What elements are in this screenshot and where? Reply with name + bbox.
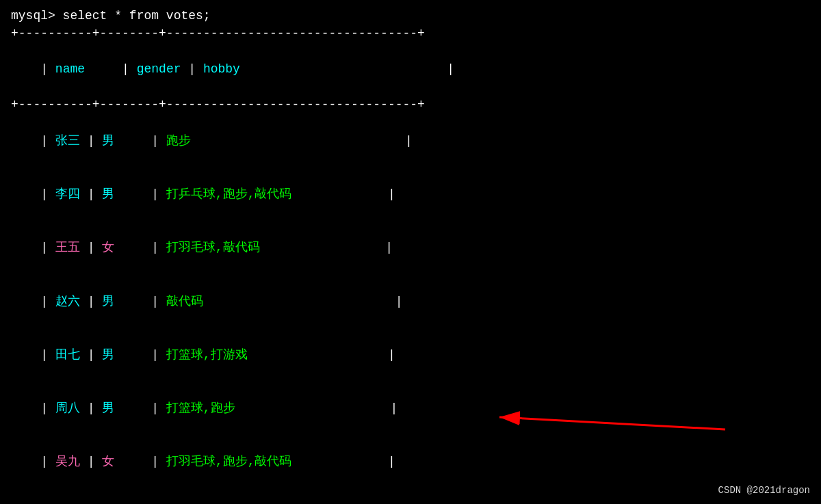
table-row: | 张三 | 男 | 跑步 | (11, 114, 810, 168)
table1-header: | name | gender | hobby | (11, 42, 810, 96)
table1-border-sep: +----------+--------+-------------------… (11, 96, 810, 114)
watermark: CSDN @2021dragon (718, 483, 810, 497)
table1-border-top: +----------+--------+-------------------… (11, 25, 810, 42)
table-row: | 王五 | 女 | 打羽毛球,敲代码 | (11, 221, 810, 274)
query1-line: mysql> select * from votes; (11, 7, 810, 25)
table-row: | 李四 | 男 | 打乒乓球,跑步,敲代码 | (11, 168, 810, 221)
table-row: | 周八 | 男 | 打篮球,跑步 | (11, 382, 810, 435)
table-row: | 郑十 | 男 | 打羽毛球,打篮球,打游戏 | (11, 489, 810, 504)
table-row: | 吴九 | 女 | 打羽毛球,跑步,敲代码 | (11, 435, 810, 488)
table-row: | 赵六 | 男 | 敲代码 | (11, 274, 810, 328)
terminal: mysql> select * from votes; +----------+… (0, 0, 821, 504)
table-row: | 田七 | 男 | 打篮球,打游戏 | (11, 328, 810, 382)
